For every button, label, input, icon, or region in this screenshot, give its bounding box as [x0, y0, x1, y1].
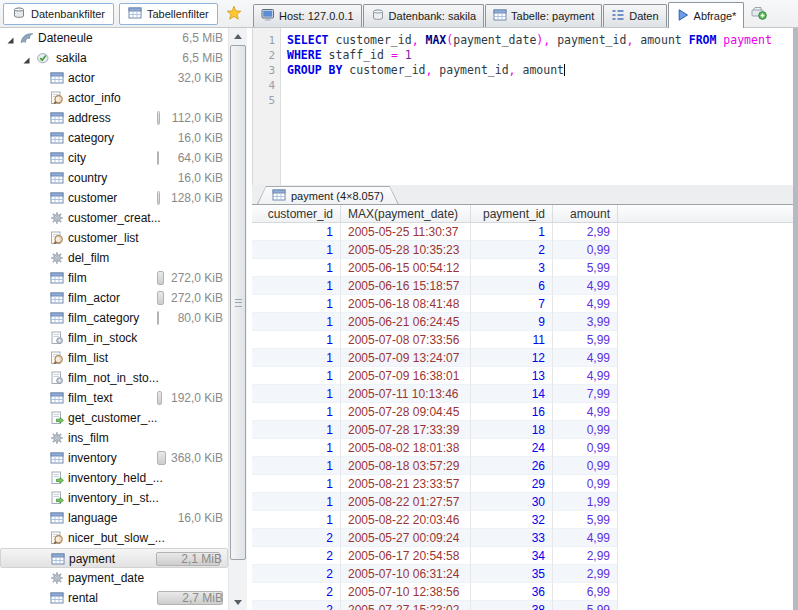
grid-cell[interactable]: 2005-05-27 00:09:24 — [341, 529, 471, 547]
grid-row[interactable]: 22005-07-27 15:23:02385,99 — [252, 601, 618, 610]
grid-cell[interactable]: 0,99 — [553, 439, 618, 457]
grid-cell[interactable]: 5,99 — [553, 331, 618, 349]
column-header-payment_id[interactable]: payment_id — [471, 205, 553, 222]
scroll-down-button[interactable] — [229, 594, 247, 610]
column-header-customer_id[interactable]: customer_id — [252, 205, 341, 222]
grid-cell[interactable]: 1 — [252, 385, 341, 403]
tree-item[interactable]: ins_film — [0, 428, 228, 448]
grid-cell[interactable]: 2005-07-28 17:33:39 — [341, 421, 471, 439]
grid-row[interactable]: 22005-07-10 12:38:56366,99 — [252, 583, 618, 601]
tree-item[interactable]: category16,0 KiB — [0, 128, 228, 148]
grid-cell[interactable]: 1 — [252, 475, 341, 493]
grid-row[interactable]: 12005-07-11 10:13:46147,99 — [252, 385, 618, 403]
tree-item[interactable]: language16,0 KiB — [0, 508, 228, 528]
grid-cell[interactable]: 4,99 — [553, 529, 618, 547]
grid-cell[interactable]: 2 — [252, 565, 341, 583]
tree-item[interactable]: rental2,7 MiB — [0, 588, 228, 608]
result-tab[interactable]: payment (4×8.057) — [257, 186, 399, 204]
grid-cell[interactable]: 6 — [471, 277, 553, 295]
grid-row[interactable]: 12005-07-09 13:24:07124,99 — [252, 349, 618, 367]
grid-cell[interactable]: 1 — [252, 403, 341, 421]
grid-row[interactable]: 12005-05-28 10:35:2320,99 — [252, 241, 618, 259]
grid-cell[interactable]: 32 — [471, 511, 553, 529]
tab-table[interactable]: Tabelle: payment — [485, 4, 602, 27]
grid-cell[interactable]: 2005-06-17 20:54:58 — [341, 547, 471, 565]
grid-row[interactable]: 22005-06-17 20:54:58342,99 — [252, 547, 618, 565]
grid-cell[interactable]: 7 — [471, 295, 553, 313]
tab-database[interactable]: Datenbank: sakila — [363, 4, 484, 27]
grid-cell[interactable]: 1 — [252, 331, 341, 349]
grid-cell[interactable]: 1 — [252, 367, 341, 385]
sql-code-area[interactable]: SELECT customer_id, MAX(payment_date), p… — [281, 28, 793, 185]
tree-item[interactable]: city64,0 KiB — [0, 148, 228, 168]
grid-row[interactable]: 12005-08-21 23:33:57290,99 — [252, 475, 618, 493]
tree-item[interactable]: inventory368,0 KiB — [0, 448, 228, 468]
grid-cell[interactable]: 1 — [252, 439, 341, 457]
grid-cell[interactable]: 2005-06-15 00:54:12 — [341, 259, 471, 277]
favorites-star-button[interactable] — [223, 3, 245, 25]
grid-cell[interactable]: 24 — [471, 439, 553, 457]
grid-cell[interactable]: 12 — [471, 349, 553, 367]
new-query-tab-button[interactable] — [751, 4, 767, 23]
grid-cell[interactable]: 3 — [471, 259, 553, 277]
tree-item[interactable]: customer_creat... — [0, 208, 228, 228]
grid-cell[interactable]: 2005-08-18 03:57:29 — [341, 457, 471, 475]
grid-cell[interactable]: 2005-07-09 13:24:07 — [341, 349, 471, 367]
database-filter-button[interactable]: Datenbankfilter — [3, 3, 114, 25]
grid-row[interactable]: 12005-06-16 15:18:5764,99 — [252, 277, 618, 295]
grid-cell[interactable]: 2005-05-25 11:30:37 — [341, 223, 471, 241]
tree-scrollbar[interactable] — [228, 28, 247, 610]
grid-cell[interactable]: 26 — [471, 457, 553, 475]
grid-row[interactable]: 12005-05-25 11:30:3712,99 — [252, 223, 618, 241]
grid-cell[interactable]: 35 — [471, 565, 553, 583]
grid-cell[interactable]: 0,99 — [553, 475, 618, 493]
grid-cell[interactable]: 2005-06-18 08:41:48 — [341, 295, 471, 313]
scroll-up-button[interactable] — [229, 28, 247, 44]
grid-cell[interactable]: 2 — [252, 529, 341, 547]
column-header-amount[interactable]: amount — [553, 205, 618, 222]
grid-cell[interactable]: 14 — [471, 385, 553, 403]
grid-cell[interactable]: 1,99 — [553, 493, 618, 511]
tree-item[interactable]: film272,0 KiB — [0, 268, 228, 288]
grid-cell[interactable]: 0,99 — [553, 241, 618, 259]
grid-cell[interactable]: 2005-06-21 06:24:45 — [341, 313, 471, 331]
tree-item[interactable]: sakila6,5 MiB — [0, 48, 228, 68]
grid-cell[interactable]: 5,99 — [553, 511, 618, 529]
tree-item[interactable]: film_not_in_sto... — [0, 368, 228, 388]
tree-item[interactable]: film_actor272,0 KiB — [0, 288, 228, 308]
grid-row[interactable]: 22005-05-27 00:09:24334,99 — [252, 529, 618, 547]
grid-cell[interactable]: 11 — [471, 331, 553, 349]
expand-arrow-icon[interactable] — [6, 34, 15, 43]
tree-item[interactable]: customer_list — [0, 228, 228, 248]
grid-row[interactable]: 12005-08-02 18:01:38240,99 — [252, 439, 618, 457]
table-filter-button[interactable]: Tabellenfilter — [119, 3, 218, 25]
grid-cell[interactable]: 7,99 — [553, 385, 618, 403]
grid-cell[interactable]: 9 — [471, 313, 553, 331]
grid-cell[interactable]: 1 — [252, 223, 341, 241]
grid-cell[interactable]: 2005-07-08 07:33:56 — [341, 331, 471, 349]
tab-data[interactable]: Daten — [603, 4, 666, 27]
grid-cell[interactable]: 1 — [252, 241, 341, 259]
tree-item[interactable]: customer128,0 KiB — [0, 188, 228, 208]
grid-cell[interactable]: 2005-07-10 06:31:24 — [341, 565, 471, 583]
grid-cell[interactable]: 1 — [252, 511, 341, 529]
tree-item[interactable]: film_list — [0, 348, 228, 368]
grid-row[interactable]: 12005-07-28 09:04:45164,99 — [252, 403, 618, 421]
grid-row[interactable]: 12005-07-08 07:33:56115,99 — [252, 331, 618, 349]
grid-cell[interactable]: 1 — [252, 295, 341, 313]
grid-body[interactable]: 12005-05-25 11:30:3712,9912005-05-28 10:… — [252, 223, 793, 610]
grid-cell[interactable]: 1 — [252, 457, 341, 475]
tree-item[interactable]: inventory_in_st... — [0, 488, 228, 508]
tree-item[interactable]: nicer_but_slow_... — [0, 528, 228, 548]
scroll-thumb[interactable] — [230, 45, 246, 560]
grid-cell[interactable]: 1 — [252, 421, 341, 439]
grid-cell[interactable]: 2005-05-28 10:35:23 — [341, 241, 471, 259]
grid-cell[interactable]: 6,99 — [553, 583, 618, 601]
grid-cell[interactable]: 2 — [252, 601, 341, 610]
grid-cell[interactable]: 4,99 — [553, 295, 618, 313]
grid-row[interactable]: 12005-06-15 00:54:1235,99 — [252, 259, 618, 277]
tree-item[interactable]: film_text192,0 KiB — [0, 388, 228, 408]
column-header-MAX(payment_date)[interactable]: MAX(payment_date) — [341, 205, 471, 222]
tree-item[interactable]: payment_date — [0, 568, 228, 588]
grid-cell[interactable]: 2005-08-02 18:01:38 — [341, 439, 471, 457]
